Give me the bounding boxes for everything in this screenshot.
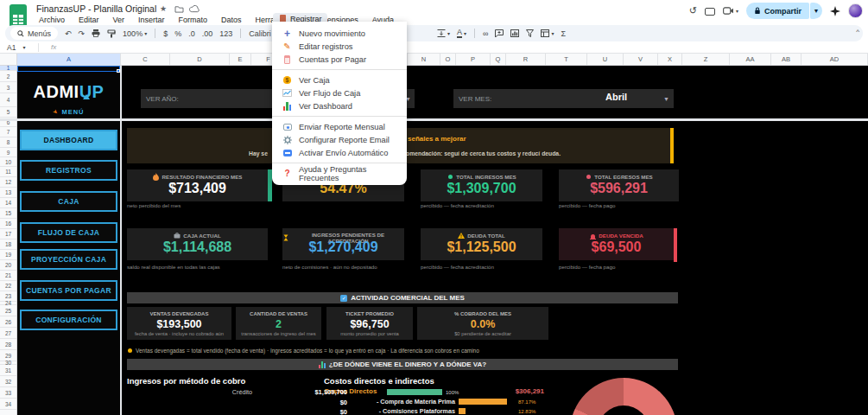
column-header-U[interactable]: U	[587, 54, 624, 65]
decrease-decimals-button[interactable]: .0	[185, 29, 199, 38]
column-header-AD[interactable]: AD	[801, 54, 868, 65]
filter-button[interactable]	[523, 29, 537, 37]
increase-decimals-button[interactable]: .00	[199, 29, 217, 38]
sidebar-item-configuración[interactable]: CONFIGURACIÓN	[20, 310, 117, 330]
more-formats-button[interactable]: 123	[216, 29, 236, 38]
collapse-toolbar-button[interactable]: ^	[856, 28, 859, 35]
menu-item-ver-caja[interactable]: $Ver Caja	[272, 73, 407, 86]
column-header-D[interactable]: D	[170, 54, 230, 65]
row-header-26[interactable]: 26	[0, 316, 16, 328]
redo-button[interactable]: ↷	[75, 29, 89, 38]
sidebar-item-registros[interactable]: REGISTROS	[20, 160, 117, 181]
share-caret[interactable]: ▼	[810, 3, 822, 19]
move-folder-icon[interactable]	[174, 5, 184, 13]
row-header-33[interactable]: 33	[0, 387, 16, 399]
sidebar-item-dashboard[interactable]: DASHBOARD	[20, 130, 117, 150]
column-header-V[interactable]: V	[624, 54, 658, 65]
menu-ver[interactable]: Ver	[111, 15, 128, 25]
select-all-corner[interactable]	[0, 54, 17, 66]
column-header-E[interactable]: E	[230, 54, 251, 65]
column-headers[interactable]: ACDEFMNOPQRTUVXZAAABAD	[0, 54, 868, 66]
menu-item-cuentas-por-pagar[interactable]: Cuentas por Pagar	[272, 53, 407, 66]
row-header-22[interactable]: 22	[0, 281, 16, 291]
row-header-17[interactable]: 17	[0, 229, 16, 239]
row-header-12[interactable]: 12	[0, 177, 16, 188]
column-header-X[interactable]: X	[658, 54, 682, 65]
sidebar-item-flujo-de-caja[interactable]: FLUJO DE CAJA	[20, 222, 117, 243]
row-header-7[interactable]: 7	[0, 127, 16, 137]
text-color-button[interactable]: A▾	[453, 29, 470, 38]
menu-insertar[interactable]: Insertar	[136, 15, 168, 25]
column-header-AB[interactable]: AB	[771, 54, 801, 65]
row-header-25[interactable]: 25	[0, 305, 16, 316]
menu-item-ver-flujo-de-caja[interactable]: Ver Flujo de Caja	[272, 86, 407, 99]
comments-icon[interactable]	[705, 3, 715, 19]
toolbar-search[interactable]: Menús	[10, 27, 58, 40]
column-header-A[interactable]: A	[17, 54, 121, 65]
row-header-4[interactable]: 4	[0, 93, 16, 107]
row-header-34[interactable]: 34	[0, 399, 16, 410]
row-header-11[interactable]: 11	[0, 167, 16, 177]
row-header-21[interactable]: 21	[0, 271, 16, 281]
column-header-P[interactable]: P	[456, 54, 491, 65]
avatar[interactable]	[848, 3, 863, 18]
row-header-15[interactable]: 15	[0, 208, 16, 219]
document-title[interactable]: FinanzasUP - Planilla Original	[36, 3, 156, 14]
row-header-31[interactable]: 31	[0, 365, 16, 376]
fill-handle[interactable]	[117, 69, 120, 73]
row-header-32[interactable]: 32	[0, 376, 16, 387]
column-header-AA[interactable]: AA	[730, 54, 771, 65]
month-select[interactable]: VER MES: Abril ▼	[453, 89, 674, 108]
insert-comment-button[interactable]	[491, 29, 507, 37]
menu-item-enviar-reporte-mensual[interactable]: Enviar Reporte Mensual	[272, 120, 407, 133]
menu-item-activar-envío-automático[interactable]: Activar Envío Automático	[272, 146, 407, 159]
column-header-C[interactable]: C	[121, 54, 170, 65]
row-header-18[interactable]: 18	[0, 239, 16, 250]
row-header-14[interactable]: 14	[0, 198, 16, 208]
column-header-Z[interactable]: Z	[682, 54, 730, 65]
cloud-status-icon[interactable]	[189, 5, 200, 13]
row-header-16[interactable]: 16	[0, 219, 16, 229]
format-currency-button[interactable]: $	[160, 29, 171, 38]
paint-format-button[interactable]	[104, 29, 119, 38]
sidebar-item-cuentas-por-pagar[interactable]: CUENTAS POR PAGAR	[20, 280, 117, 301]
column-header-R[interactable]: R	[506, 54, 546, 65]
column-header-O[interactable]: O	[440, 54, 456, 65]
print-button[interactable]	[88, 29, 104, 37]
row-header-13[interactable]: 13	[0, 188, 16, 198]
row-header-28[interactable]: 28	[0, 339, 16, 350]
menu-datos[interactable]: Datos	[219, 15, 244, 25]
row-header-3[interactable]: 3	[0, 82, 16, 93]
meet-icon[interactable]: ▾	[723, 7, 738, 15]
column-header-T[interactable]: T	[546, 54, 587, 65]
row-header-20[interactable]: 20	[0, 260, 16, 271]
menu-editar[interactable]: Editar	[76, 15, 102, 25]
menu-item-nuevo-movimiento[interactable]: +Nuevo movimiento	[272, 27, 407, 40]
menu-archivo[interactable]: Archivo	[36, 15, 67, 25]
menu-formato[interactable]: Formato	[176, 15, 211, 25]
menu-item-ayuda-y-preguntas-frecuentes[interactable]: ?Ayuda y Preguntas Frecuentes	[272, 167, 407, 180]
menu-item-configurar-reporte-email[interactable]: Configurar Reporte Email	[272, 133, 407, 146]
name-box[interactable]: A1▾	[0, 43, 38, 52]
menu-item-ver-dashboard[interactable]: Ver Dashboard	[272, 99, 407, 112]
insert-link-button[interactable]: ∞	[479, 29, 491, 38]
row-header-2[interactable]: 2	[0, 71, 16, 82]
menu-item-editar-registros[interactable]: ✎Editar registros	[272, 40, 407, 53]
row-header-8[interactable]: 8	[0, 137, 16, 148]
sidebar-item-caja[interactable]: CAJA	[20, 191, 117, 212]
filter-views-button[interactable]: ▾	[537, 29, 557, 37]
star-icon[interactable]: ★	[160, 4, 167, 13]
sidebar-item-proyección-caja[interactable]: PROYECCIÓN CAJA	[20, 249, 117, 270]
format-percent-button[interactable]: %	[171, 29, 185, 38]
row-header-10[interactable]: 10	[0, 157, 16, 167]
row-header-27[interactable]: 27	[0, 328, 16, 339]
history-icon[interactable]: ↺	[689, 6, 697, 16]
column-header-Q[interactable]: Q	[491, 54, 506, 65]
functions-button[interactable]: Σ	[557, 29, 569, 38]
row-header-19[interactable]: 19	[0, 250, 16, 260]
row-header-5[interactable]: 5	[0, 107, 16, 118]
row-header-9[interactable]: 9	[0, 148, 16, 157]
vertical-align-button[interactable]: ▾	[434, 29, 453, 37]
column-header-N[interactable]: N	[408, 54, 440, 65]
zoom-select[interactable]: 100%▾	[119, 29, 150, 38]
